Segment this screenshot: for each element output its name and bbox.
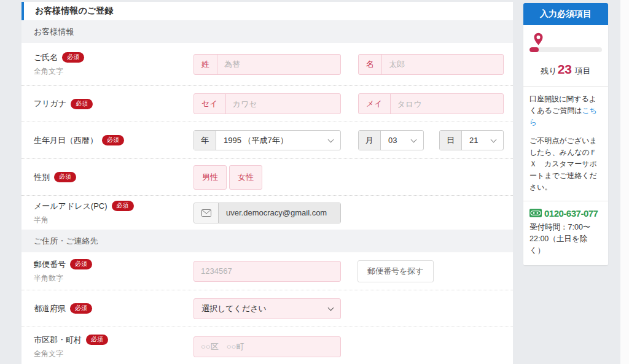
- page-title: お客様情報のご登録: [35, 6, 113, 17]
- remaining-count: 23: [558, 62, 572, 76]
- progress-bar: [529, 47, 602, 52]
- email-label-block: メールアドレス(PC) 必須 半角: [34, 201, 193, 225]
- registration-form-panel: お客様情報のご登録 お客様情報 ご氏名 必須 全角文字 姓 名: [21, 2, 513, 364]
- postal-hint: 半角数字: [34, 273, 193, 284]
- postal-label: 郵便番号: [34, 259, 66, 270]
- form-row-prefecture: 都道府県 必須 選択してください: [21, 290, 513, 327]
- form-row-furigana: フリガナ 必須 セイ メイ: [21, 86, 513, 122]
- form-row-name: ご氏名 必須 全角文字 姓 名: [21, 43, 513, 86]
- email-field: uver.democracy@gmail.com: [193, 203, 341, 223]
- prefecture-value: 選択してください: [194, 303, 326, 314]
- chevron-down-icon: [328, 136, 334, 142]
- last-name-field[interactable]: 姓: [193, 54, 341, 75]
- email-hint: 半角: [34, 215, 193, 225]
- remaining-suffix: 項目: [575, 66, 591, 76]
- form-row-postal: 郵便番号 必須 半角数字 郵便番号を探す: [21, 252, 513, 290]
- email-label: メールアドレス(PC): [34, 201, 107, 212]
- required-badge: 必須: [102, 135, 124, 145]
- sidebar-title: 入力必須項目: [523, 3, 608, 25]
- furigana-label-block: フリガナ 必須: [34, 98, 193, 109]
- last-kana-input[interactable]: [226, 94, 340, 114]
- birth-year-select[interactable]: 年 1995 （平成7年）: [193, 130, 341, 150]
- furigana-label: フリガナ: [34, 98, 66, 109]
- birth-day-prefix: 日: [440, 131, 462, 150]
- birth-year-value: 1995 （平成7年）: [216, 135, 326, 146]
- free-dial-icon: [529, 209, 542, 217]
- required-badge: 必須: [86, 335, 108, 345]
- remaining-counter: 残り23 項目: [523, 62, 608, 77]
- map-pin-icon: [533, 33, 544, 45]
- email-icon-box: [194, 203, 219, 223]
- required-badge: 必須: [54, 172, 76, 182]
- section-address-contact: ご住所・ご連絡先: [21, 230, 513, 252]
- hours-line2: 22:00（土日を除く）: [529, 234, 587, 255]
- city-hint: 全角文字: [34, 349, 193, 359]
- remaining-prefix: 残り: [541, 66, 557, 76]
- gender-male-button[interactable]: 男性: [193, 165, 227, 190]
- birth-month-prefix: 月: [359, 131, 381, 150]
- chevron-down-icon: [411, 136, 417, 142]
- name-label: ご氏名: [34, 52, 58, 63]
- postal-label-block: 郵便番号 必須 半角数字: [34, 259, 193, 284]
- postal-field[interactable]: [193, 261, 341, 282]
- birthdate-label-block: 生年月日（西暦） 必須: [34, 135, 193, 146]
- required-badge: 必須: [71, 99, 93, 109]
- birth-month-value: 03: [381, 136, 409, 145]
- first-kana-prefix: メイ: [359, 94, 391, 114]
- birthdate-label: 生年月日（西暦）: [34, 135, 98, 146]
- form-row-birthdate: 生年月日（西暦） 必須 年 1995 （平成7年） 月 03 日 21: [21, 122, 513, 159]
- chevron-down-icon: [491, 136, 497, 142]
- form-row-city: 市区郡・町村 必須 全角文字: [21, 327, 513, 364]
- gender-female-button[interactable]: 女性: [229, 165, 262, 190]
- prefecture-label-block: 都道府県 必須: [34, 303, 193, 314]
- first-name-input[interactable]: [382, 55, 503, 74]
- city-field[interactable]: [193, 336, 341, 357]
- first-name-field[interactable]: 名: [358, 54, 504, 75]
- city-label-block: 市区郡・町村 必須 全角文字: [34, 335, 193, 359]
- envelope-icon: [201, 209, 211, 217]
- scrollbar-track[interactable]: [620, 0, 629, 364]
- gender-label: 性別: [34, 172, 50, 183]
- last-kana-field[interactable]: セイ: [193, 93, 341, 114]
- required-badge: 必須: [70, 259, 92, 269]
- required-badge: 必須: [112, 201, 134, 211]
- birth-day-select[interactable]: 日 21: [439, 130, 504, 150]
- name-label-block: ご氏名 必須 全角文字: [34, 52, 193, 77]
- city-input[interactable]: [194, 337, 340, 357]
- required-badge: 必須: [62, 52, 84, 63]
- support-text: ご不明点がございましたら、みんなのＦＸ カスタマーサポートまでご連絡ください。: [529, 135, 602, 194]
- chevron-down-icon: [328, 304, 334, 311]
- birth-month-select[interactable]: 月 03: [358, 130, 424, 150]
- prefecture-select[interactable]: 選択してください: [193, 298, 341, 319]
- required-badge: 必須: [70, 303, 92, 314]
- phone-hours: 受付時間：7:00〜 22:00（土日を除く）: [529, 222, 602, 257]
- last-name-prefix: 姓: [194, 55, 217, 74]
- form-row-gender: 性別 必須 男性 女性: [21, 159, 513, 196]
- first-name-prefix: 名: [359, 55, 382, 74]
- name-hint: 全角文字: [34, 66, 193, 77]
- sidebar-help-text: 口座開設に関するよくあるご質問はこちら ご不明点がございましたら、みんなのＦＸ …: [523, 87, 608, 201]
- required-items-sidebar: 入力必須項目 残り23 項目 口座開設に関するよくあるご質問はこちら ご不明点が…: [523, 3, 608, 265]
- last-kana-prefix: セイ: [194, 94, 226, 114]
- section-title: ご住所・ご連絡先: [34, 236, 98, 247]
- page-title-bar: お客様情報のご登録: [21, 2, 513, 20]
- city-label: 市区郡・町村: [34, 335, 82, 346]
- prefecture-label: 都道府県: [34, 303, 66, 314]
- gender-label-block: 性別 必須: [34, 172, 193, 183]
- phone-number[interactable]: 0120-637-077: [544, 208, 598, 219]
- first-kana-input[interactable]: [391, 94, 503, 114]
- postal-search-button[interactable]: 郵便番号を探す: [357, 260, 434, 282]
- first-kana-field[interactable]: メイ: [358, 93, 504, 114]
- birth-day-value: 21: [462, 136, 489, 145]
- progress-block: [523, 25, 608, 52]
- section-title: お客様情報: [34, 26, 74, 37]
- progress-fill: [529, 47, 539, 52]
- postal-input[interactable]: [194, 261, 340, 281]
- last-name-input[interactable]: [217, 55, 340, 74]
- email-value: uver.democracy@gmail.com: [219, 203, 340, 223]
- hours-line1: 受付時間：7:00〜: [529, 223, 590, 231]
- section-customer-info: お客様情報: [21, 20, 513, 43]
- form-row-email: メールアドレス(PC) 必須 半角 uver.democracy@gmail.c…: [21, 196, 513, 230]
- phone-block: 0120-637-077 受付時間：7:00〜 22:00（土日を除く）: [523, 201, 608, 265]
- birth-year-prefix: 年: [194, 131, 216, 150]
